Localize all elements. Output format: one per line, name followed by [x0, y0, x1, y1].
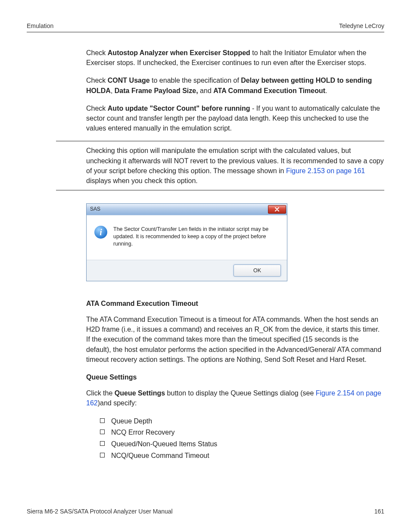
paragraph-cont-usage: Check CONT Usage to enable the specifica…: [86, 75, 384, 95]
bold-payload: Data Frame Payload Size,: [115, 87, 198, 94]
dialog-message: The Sector Count/Transfer Len fields in …: [113, 226, 279, 248]
note-text: Checking this option will manipulate the…: [86, 146, 384, 186]
text: and: [198, 87, 214, 94]
heading-queue-settings: Queue Settings: [86, 372, 384, 382]
text: )and specify:: [98, 399, 137, 407]
list-item: NCQ/Queue Command Timeout: [100, 451, 384, 461]
main-content: Check Autostop Analyzer when Exerciser S…: [86, 48, 384, 461]
dialog-footer: OK: [87, 260, 287, 281]
bold-queue-settings: Queue Settings: [115, 389, 165, 397]
text: Click the: [86, 389, 115, 397]
dialog-title: SAS: [90, 205, 100, 213]
header-brand: Teledyne LeCroy: [339, 22, 384, 29]
page-header: Emulation Teledyne LeCroy: [27, 22, 384, 32]
close-button[interactable]: [268, 205, 286, 214]
dialog-body: i The Sector Count/Transfer Len fields i…: [87, 215, 287, 260]
text: to enable the specification of: [150, 77, 241, 84]
text: Check: [86, 49, 108, 56]
list-item: Queued/Non-Queued Items Status: [100, 439, 384, 450]
close-icon: [274, 207, 280, 212]
page-footer: Sierra M6-2 SAS/SATA Protocol Analyzer U…: [27, 508, 384, 515]
header-section: Emulation: [27, 22, 53, 29]
ok-button[interactable]: OK: [234, 264, 281, 277]
queue-list: Queue Depth NCQ Error Recovery Queued/No…: [100, 416, 384, 461]
paragraph-queue-intro: Click the Queue Settings button to displ…: [86, 388, 384, 408]
list-item: Queue Depth: [100, 416, 384, 427]
footer-title: Sierra M6-2 SAS/SATA Protocol Analyzer U…: [27, 508, 173, 515]
paragraph-ata-body: The ATA Command Execution Timeout is a t…: [86, 314, 384, 364]
bold-auto-update: Auto update "Sector Count" before runnin…: [108, 105, 250, 112]
info-icon: i: [94, 226, 107, 239]
text: ,: [111, 87, 115, 94]
sas-dialog: SAS i The Sector Count/Transfer Len fiel…: [86, 203, 287, 281]
bold-autostop: Autostop Analyzer when Exerciser Stopped: [108, 49, 250, 56]
page-number: 161: [374, 508, 384, 515]
bold-ata-timeout: ATA Command Execution Timeout: [213, 87, 325, 94]
text: Check: [86, 77, 108, 84]
heading-ata-timeout: ATA Command Execution Timeout: [86, 299, 384, 308]
link-figure-2-153[interactable]: Figure 2.153 on page 161: [286, 167, 365, 174]
text: displays when you check this option.: [86, 177, 198, 184]
paragraph-auto-update: Check Auto update "Sector Count" before …: [86, 103, 384, 134]
note-box: Checking this option will manipulate the…: [56, 141, 384, 190]
bold-cont-usage: CONT Usage: [108, 77, 150, 84]
text: button to display the Queue Settings dia…: [165, 389, 316, 397]
dialog-titlebar: SAS: [87, 204, 287, 215]
list-item: NCQ Error Recovery: [100, 427, 384, 438]
paragraph-autostop: Check Autostop Analyzer when Exerciser S…: [86, 48, 384, 68]
text: Check: [86, 105, 108, 112]
text: .: [325, 87, 327, 94]
document-page: Emulation Teledyne LeCroy Check Autostop…: [0, 0, 411, 532]
